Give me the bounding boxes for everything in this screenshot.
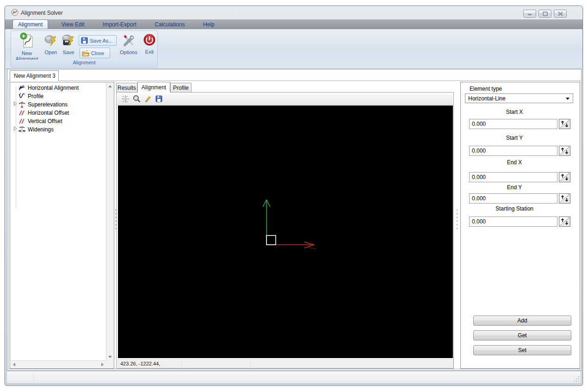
options-button[interactable]: Options xyxy=(118,32,140,60)
save-as-button[interactable]: Save As... xyxy=(79,35,117,46)
title-bar[interactable]: Alignment Solver xyxy=(5,6,582,19)
ribbon-group-label: Alignment xyxy=(11,60,157,67)
start-x-spinner[interactable] xyxy=(559,119,570,129)
alignment-canvas[interactable] xyxy=(118,105,453,358)
element-type-label: Element type xyxy=(470,86,502,92)
viewer-panel: 423.26, -1222.44, xyxy=(116,92,454,369)
app-icon xyxy=(11,9,19,18)
viewer-tab-results[interactable]: Results xyxy=(116,83,137,93)
end-y-input[interactable] xyxy=(469,193,557,204)
resize-grip[interactable] xyxy=(573,376,579,382)
scroll-up-icon xyxy=(108,85,112,87)
tree-item-widenings[interactable]: Widenings xyxy=(18,125,54,134)
start-x-label: Start X xyxy=(469,109,560,115)
window-status-strip xyxy=(6,371,581,384)
minimize-icon xyxy=(527,12,532,16)
scroll-left-icon xyxy=(13,363,15,366)
pencil-icon xyxy=(144,95,151,103)
tree-item-profile[interactable]: Profile xyxy=(18,92,43,100)
element-type-dropdown[interactable]: Horizontal-Line xyxy=(465,93,573,103)
new-alignment-icon xyxy=(19,32,35,49)
right-splitter[interactable] xyxy=(456,82,459,369)
widenings-icon xyxy=(18,126,26,133)
starting-station-spinner[interactable] xyxy=(559,217,570,227)
maximize-icon xyxy=(543,12,548,16)
element-properties-panel: Element type Horizontal-Line Start X Sta… xyxy=(460,82,580,369)
start-y-input[interactable] xyxy=(469,146,557,156)
open-button[interactable]: Open xyxy=(42,32,60,60)
spinner-arrows-icon xyxy=(559,173,570,182)
ribbon-tab-strip: Alignment View Edit Import-Export Calcul… xyxy=(5,19,582,29)
scroll-right-icon xyxy=(101,363,104,366)
tree-item-vertical-offset[interactable]: Vertical Offset xyxy=(18,117,62,125)
save-view-icon xyxy=(155,95,162,102)
save-as-icon xyxy=(81,37,88,44)
expander-icon[interactable] xyxy=(13,126,18,131)
ribbon-tab-calculations[interactable]: Calculations xyxy=(149,20,190,29)
grid-snap-icon xyxy=(122,95,129,103)
starting-station-input[interactable] xyxy=(469,217,557,227)
ribbon-tab-help[interactable]: Help xyxy=(198,20,220,29)
element-type-value: Horizontal-Line xyxy=(468,95,506,102)
save-icon xyxy=(62,34,75,49)
exit-label: Exit xyxy=(142,49,157,55)
close-file-label: Close xyxy=(91,50,104,56)
cursor-coordinates: 423.26, -1222.44, xyxy=(120,361,160,366)
maximize-button[interactable] xyxy=(538,10,551,18)
status-separator xyxy=(250,360,251,367)
save-label: Save xyxy=(60,50,77,55)
tree-item-horizontal-alignment[interactable]: Horizontal Alignment xyxy=(18,84,79,92)
tree-vertical-scrollbar[interactable] xyxy=(106,83,113,360)
ribbon-tab-view-edit[interactable]: View Edit xyxy=(56,20,90,29)
tree-horizontal-scrollbar[interactable] xyxy=(11,360,106,368)
set-button[interactable]: Set xyxy=(473,345,571,355)
status-strip-separator xyxy=(33,373,34,382)
expander-icon[interactable] xyxy=(13,101,18,106)
exit-icon xyxy=(142,33,156,48)
open-icon xyxy=(44,34,58,49)
spinner-arrows-icon xyxy=(559,194,570,203)
spinner-arrows-icon xyxy=(559,217,570,226)
start-y-spinner[interactable] xyxy=(559,146,570,156)
tree-item-horizontal-offset[interactable]: Horizontal Offset xyxy=(18,109,69,117)
status-separator xyxy=(181,360,182,367)
document-tab[interactable]: New Alignment 3 xyxy=(10,70,59,81)
exit-button[interactable]: Exit xyxy=(142,32,157,60)
end-x-label: End X xyxy=(469,159,560,166)
edit-button[interactable] xyxy=(142,94,153,104)
window-title: Alignment Solver xyxy=(21,10,63,16)
horizontal-alignment-icon xyxy=(18,84,26,92)
add-button[interactable]: Add xyxy=(473,316,571,326)
start-x-input[interactable] xyxy=(469,119,557,129)
ribbon-group-alignment: New Alignment Open Save xyxy=(11,31,158,68)
superelevations-icon xyxy=(18,101,26,108)
viewer-tab-profile[interactable]: Profile xyxy=(170,83,192,93)
tree-item-superelevations[interactable]: Superelevations xyxy=(18,100,68,109)
close-icon xyxy=(558,12,563,16)
options-label: Options xyxy=(118,50,140,55)
tree-item-label: Superelevations xyxy=(28,101,68,108)
tree-item-label: Widenings xyxy=(28,126,54,133)
end-x-spinner[interactable] xyxy=(559,172,570,182)
zoom-icon xyxy=(133,95,141,103)
end-y-spinner[interactable] xyxy=(559,193,570,204)
close-window-button[interactable] xyxy=(554,10,567,18)
open-label: Open xyxy=(42,50,60,55)
close-file-button[interactable]: Close xyxy=(80,48,110,58)
ribbon-tab-alignment[interactable]: Alignment xyxy=(12,19,48,29)
save-view-button[interactable] xyxy=(153,94,164,104)
save-button[interactable]: Save xyxy=(60,32,77,60)
scroll-down-icon xyxy=(108,356,112,358)
viewer-tab-alignment[interactable]: Alignment xyxy=(137,82,170,93)
grid-snap-button[interactable] xyxy=(120,94,131,104)
viewer-status-bar: 423.26, -1222.44, xyxy=(118,359,453,368)
horizontal-offset-icon xyxy=(18,109,26,117)
minimize-button[interactable] xyxy=(523,10,536,18)
new-alignment-button[interactable]: New Alignment xyxy=(13,32,42,60)
tree-item-label: Horizontal Alignment xyxy=(28,85,79,91)
end-x-input[interactable] xyxy=(469,172,557,182)
zoom-button[interactable] xyxy=(131,94,142,104)
app-window: Alignment Solver Alignment View Edit Imp… xyxy=(5,6,583,385)
ribbon-tab-import-export[interactable]: Import-Export xyxy=(98,20,142,29)
get-button[interactable]: Get xyxy=(473,330,571,340)
